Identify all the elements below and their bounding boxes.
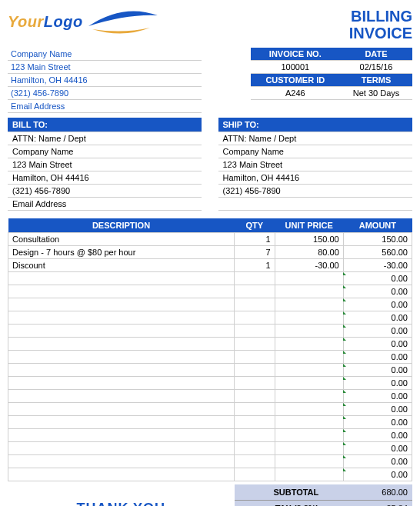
item-qty — [235, 311, 275, 325]
item-qty — [235, 403, 275, 416]
item-amount: 0.00 — [343, 442, 412, 455]
item-amount: 0.00 — [343, 455, 412, 468]
billto-email: Email Address — [8, 198, 202, 211]
item-amount: 0.00 — [343, 338, 412, 351]
title-line2: INVOICE — [349, 25, 412, 42]
item-amount: 150.00 — [343, 233, 412, 246]
line-item-row-empty: 0.00 — [8, 429, 412, 442]
company-street: 123 Main Street — [8, 61, 202, 74]
shipto-citystate: Hamilton, OH 44416 — [218, 171, 412, 185]
shipto-attn: ATTN: Name / Dept — [218, 132, 412, 145]
date-hdr: DATE — [340, 48, 412, 61]
item-desc — [8, 455, 235, 468]
line-item-row: Design - 7 hours @ $80 per hour780.00560… — [8, 246, 412, 259]
item-amount: 0.00 — [343, 298, 412, 311]
bill-to-block: BILL TO: ATTN: Name / Dept Company Name … — [8, 118, 202, 211]
item-qty — [235, 325, 275, 338]
item-unit-price — [275, 364, 343, 377]
line-item-row-empty: 0.00 — [8, 298, 412, 311]
thank-you: THANK YOU — [8, 484, 235, 506]
item-desc — [8, 338, 235, 351]
item-unit-price — [275, 311, 343, 325]
item-desc — [8, 468, 235, 481]
item-desc — [8, 351, 235, 364]
invoice-meta: INVOICE NO. DATE 100001 02/15/16 CUSTOME… — [251, 48, 412, 100]
item-qty — [235, 351, 275, 364]
item-desc — [8, 285, 235, 298]
company-citystate: Hamilton, OH 44416 — [8, 74, 202, 87]
invoice-date: 02/15/16 — [340, 61, 412, 74]
line-item-row-empty: 0.00 — [8, 468, 412, 481]
item-unit-price — [275, 285, 343, 298]
item-desc — [8, 442, 235, 455]
item-desc — [8, 403, 235, 416]
item-desc — [8, 298, 235, 311]
item-unit-price — [275, 442, 343, 455]
line-item-row: Consultation1150.00150.00 — [8, 233, 412, 246]
customer-id-hdr: CUSTOMER ID — [251, 74, 340, 87]
col-qty: QTY — [235, 218, 275, 233]
item-amount: -30.00 — [343, 259, 412, 272]
item-desc — [8, 390, 235, 403]
item-desc: Consultation — [8, 233, 235, 246]
item-unit-price — [275, 455, 343, 468]
terms-hdr: TERMS — [340, 74, 412, 87]
line-item-row-empty: 0.00 — [8, 311, 412, 325]
item-unit-price — [275, 416, 343, 429]
item-qty — [235, 364, 275, 377]
shipto-blank — [218, 198, 412, 211]
logo-word1: Your — [8, 13, 44, 30]
col-description: DESCRIPTION — [8, 218, 235, 233]
item-amount: 0.00 — [343, 429, 412, 442]
billto-citystate: Hamilton, OH 44416 — [8, 171, 202, 185]
title-line1: BILLING — [349, 8, 412, 25]
line-item-row-empty: 0.00 — [8, 272, 412, 285]
item-unit-price — [275, 338, 343, 351]
line-item-row-empty: 0.00 — [8, 442, 412, 455]
logo: YourLogo — [8, 8, 162, 35]
shipto-street: 123 Main Street — [218, 158, 412, 171]
item-desc: Design - 7 hours @ $80 per hour — [8, 246, 235, 259]
billto-company: Company Name — [8, 145, 202, 158]
item-qty — [235, 455, 275, 468]
subtotal-label: SUBTOTAL — [235, 484, 324, 501]
item-unit-price: 150.00 — [275, 233, 343, 246]
item-desc — [8, 416, 235, 429]
billto-street: 123 Main Street — [8, 158, 202, 171]
totals-block: SUBTOTAL 680.00 TAX (3.8%) 25.84 TOTAL $… — [235, 484, 412, 506]
item-amount: 0.00 — [343, 351, 412, 364]
terms: Net 30 Days — [340, 87, 412, 100]
billto-phone: (321) 456-7890 — [8, 185, 202, 198]
item-qty — [235, 338, 275, 351]
line-item-row-empty: 0.00 — [8, 364, 412, 377]
item-qty — [235, 442, 275, 455]
item-unit-price — [275, 403, 343, 416]
logo-word2: Logo — [44, 13, 83, 30]
item-amount: 0.00 — [343, 311, 412, 325]
item-amount: 0.00 — [343, 272, 412, 285]
item-amount: 0.00 — [343, 468, 412, 481]
item-unit-price — [275, 390, 343, 403]
item-amount: 0.00 — [343, 364, 412, 377]
line-item-row-empty: 0.00 — [8, 377, 412, 390]
invoice-no-hdr: INVOICE NO. — [251, 48, 340, 61]
shipto-company: Company Name — [218, 145, 412, 158]
company-info: Company Name 123 Main Street Hamilton, O… — [8, 48, 202, 113]
item-amount: 0.00 — [343, 403, 412, 416]
item-amount: 0.00 — [343, 416, 412, 429]
line-items-table: DESCRIPTION QTY UNIT PRICE AMOUNT Consul… — [8, 218, 412, 481]
col-amount: AMOUNT — [343, 218, 412, 233]
item-desc — [8, 272, 235, 285]
subtotal-value: 680.00 — [323, 484, 412, 501]
item-qty: 1 — [235, 259, 275, 272]
item-qty — [235, 285, 275, 298]
item-amount: 0.00 — [343, 285, 412, 298]
line-item-row-empty: 0.00 — [8, 338, 412, 351]
line-item-row-empty: 0.00 — [8, 325, 412, 338]
invoice-no: 100001 — [251, 61, 340, 74]
col-unit-price: UNIT PRICE — [275, 218, 343, 233]
line-item-row-empty: 0.00 — [8, 390, 412, 403]
line-item-row-empty: 0.00 — [8, 455, 412, 468]
item-unit-price: -30.00 — [275, 259, 343, 272]
item-qty: 1 — [235, 233, 275, 246]
